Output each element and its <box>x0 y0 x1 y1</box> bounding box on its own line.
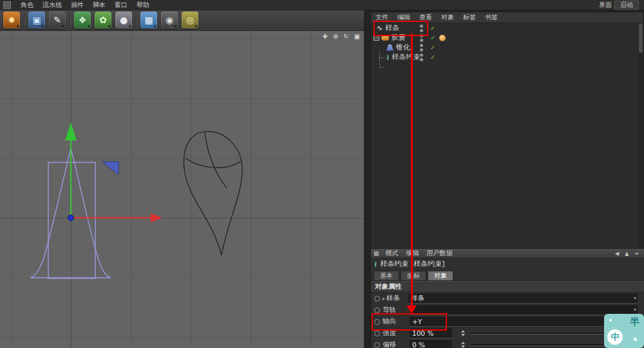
om-menu-objects[interactable]: 对象 <box>437 13 459 22</box>
enabled-check-icon[interactable]: ✓ <box>430 34 435 41</box>
strength-field-label: 强度 <box>383 329 410 338</box>
mograph-flower-icon[interactable]: ✿ <box>95 12 111 28</box>
toolbar-separator <box>70 12 70 28</box>
deformed-capsule-outline[interactable] <box>184 131 242 255</box>
attribute-manager: ▦ 模式 编辑 用户数据 ◀ ▲ ≡ ≀ 样条约束 [样条约束] 基本 坐标 对… <box>370 249 644 348</box>
nav-up-icon[interactable]: ▲ <box>625 251 629 256</box>
attribute-title-row: ≀ 样条约束 [样条约束] <box>371 258 644 269</box>
tree-row-spline[interactable]: ∿ 样条 ✓ <box>371 23 643 33</box>
om-scrollbar[interactable] <box>639 23 643 248</box>
spline-wrap-icon: ≀ <box>374 260 377 269</box>
offset-row: 偏移 0 % <box>371 339 644 348</box>
tab-coordinates[interactable]: 坐标 <box>401 271 426 280</box>
link-menu-icon[interactable]: ▾ <box>634 307 636 313</box>
tree-row-spline-wrap[interactable]: ≀ 样条约束 ✓ <box>371 52 643 62</box>
visibility-dots[interactable] <box>420 24 423 32</box>
mode-menu[interactable]: 模式 <box>382 249 402 258</box>
selection-triangle[interactable] <box>102 162 118 175</box>
app-icon[interactable] <box>3 1 11 9</box>
edit-menu[interactable]: 编辑 <box>402 249 423 258</box>
object-manager: 文件 编辑 查看 对象 标签 书签 ∿ 样条 ✓ − 胶囊 ✓ <box>370 12 644 249</box>
array-cubes-icon[interactable]: ❖ <box>74 12 91 28</box>
capsule-object-icon <box>381 35 389 41</box>
strength-value: 100 % <box>412 329 433 337</box>
offset-input[interactable]: 0 % <box>410 340 452 348</box>
pen-icon[interactable]: ✎ <box>49 12 66 28</box>
attribute-tabs: 基本 坐标 对象 <box>371 269 644 281</box>
camera-icon[interactable]: ◉ <box>161 12 178 28</box>
om-menu-view[interactable]: 查看 <box>415 13 437 22</box>
spline-field-label: 样条 <box>386 294 408 303</box>
tree-row-taper[interactable]: 锥化 ✓ <box>371 43 643 52</box>
om-menu-file[interactable]: 文件 <box>371 13 393 22</box>
spline-object-icon: ∿ <box>377 24 383 32</box>
tree-connector <box>379 67 384 68</box>
attribute-title: 样条约束 [样条约束] <box>381 259 445 269</box>
anim-dot-icon[interactable] <box>374 342 380 348</box>
collapse-expander-icon[interactable]: − <box>374 35 379 41</box>
om-menu-edit[interactable]: 编辑 <box>393 13 415 22</box>
enabled-check-icon[interactable]: ✓ <box>430 24 435 32</box>
anim-dot-icon[interactable] <box>374 319 380 325</box>
menu-help[interactable]: 帮助 <box>132 1 154 10</box>
tree-label-taper: 锥化 <box>396 43 410 52</box>
enabled-check-icon[interactable]: ✓ <box>430 53 435 61</box>
toolbar-separator <box>136 12 137 28</box>
layout-selector[interactable]: 启动 <box>614 1 639 10</box>
sphere-deformer-icon[interactable]: ● <box>115 12 132 28</box>
menu-character[interactable]: 角色 <box>16 1 38 10</box>
floor-grid-icon[interactable]: ▦ <box>140 12 157 28</box>
nav-back-icon[interactable]: ◀ <box>615 251 619 256</box>
cube-icon[interactable]: ▣ <box>28 12 45 28</box>
spline-link-field[interactable]: 样条 ▾ <box>408 294 638 304</box>
tab-basic[interactable]: 基本 <box>374 271 399 280</box>
origin-point[interactable] <box>68 215 74 221</box>
spline-link-row: ▸ 样条 样条 ▾ <box>371 293 644 304</box>
x-axis-arrowhead[interactable] <box>151 213 162 222</box>
menu-script[interactable]: 脚本 <box>88 1 110 10</box>
tree-connector <box>379 57 384 58</box>
tab-object[interactable]: 对象 <box>428 271 453 280</box>
phong-tag-icon[interactable] <box>439 35 446 41</box>
anim-dot-icon[interactable] <box>374 296 380 302</box>
rotate-icon[interactable]: ↻ <box>343 33 348 40</box>
visibility-dots[interactable] <box>420 44 423 52</box>
panel-menu-icon[interactable]: ≡ <box>634 251 639 256</box>
anim-dot-icon[interactable] <box>374 331 380 336</box>
visibility-dots[interactable] <box>420 53 423 61</box>
viewport[interactable]: ✚ ⊕ ↻ ▣ <box>0 31 364 348</box>
tree-row-capsule[interactable]: − 胶囊 ✓ <box>371 33 643 43</box>
om-scrollbar-thumb[interactable] <box>639 23 643 53</box>
row-expander-icon[interactable]: ▸ <box>383 296 385 302</box>
axis-dropdown[interactable]: +Y ▾ <box>410 317 638 327</box>
menu-pipeline[interactable]: 流水线 <box>38 1 66 10</box>
y-axis-arrowhead[interactable] <box>65 122 77 140</box>
strength-input[interactable]: 100 % <box>410 329 452 338</box>
deformed-capsule-segment-2 <box>205 132 227 188</box>
watermark-char-top: 半 <box>630 316 639 328</box>
menu-plugins[interactable]: 插件 <box>66 1 88 10</box>
watermark-dot <box>634 338 637 341</box>
link-menu-icon[interactable]: ▾ <box>634 295 636 301</box>
taper-deformer-icon <box>386 44 393 51</box>
om-menu-bookmarks[interactable]: 书签 <box>480 13 502 22</box>
maximize-icon[interactable]: ▣ <box>354 33 360 40</box>
om-menu-tags[interactable]: 标签 <box>459 13 480 22</box>
mode-grid-icon[interactable]: ▦ <box>374 250 379 256</box>
menu-window[interactable]: 窗口 <box>110 1 132 10</box>
userdata-menu[interactable]: 用户数据 <box>423 249 457 258</box>
offset-spinner[interactable] <box>460 341 466 348</box>
watermark-logo: 半 中 <box>604 314 644 348</box>
zoom-icon[interactable]: ⊕ <box>333 33 338 40</box>
strength-spinner[interactable] <box>460 329 466 338</box>
main-menubar: 角色 流水线 插件 脚本 窗口 帮助 界面 启动 <box>0 0 644 10</box>
pinwheel-icon[interactable]: ✸ <box>3 12 20 28</box>
c4d-window: 角色 流水线 插件 脚本 窗口 帮助 界面 启动 ✸ ▣ ✎ ❖ ✿ ● ▦ ◉… <box>0 0 644 348</box>
visibility-dots[interactable] <box>420 34 423 42</box>
light-icon[interactable]: ◎ <box>182 12 198 28</box>
rail-link-field[interactable]: ▾ <box>410 305 638 315</box>
enabled-check-icon[interactable]: ✓ <box>430 44 435 51</box>
offset-field-label: 偏移 <box>383 340 410 348</box>
pan-icon[interactable]: ✚ <box>322 33 327 40</box>
anim-dot-icon[interactable] <box>374 307 380 313</box>
